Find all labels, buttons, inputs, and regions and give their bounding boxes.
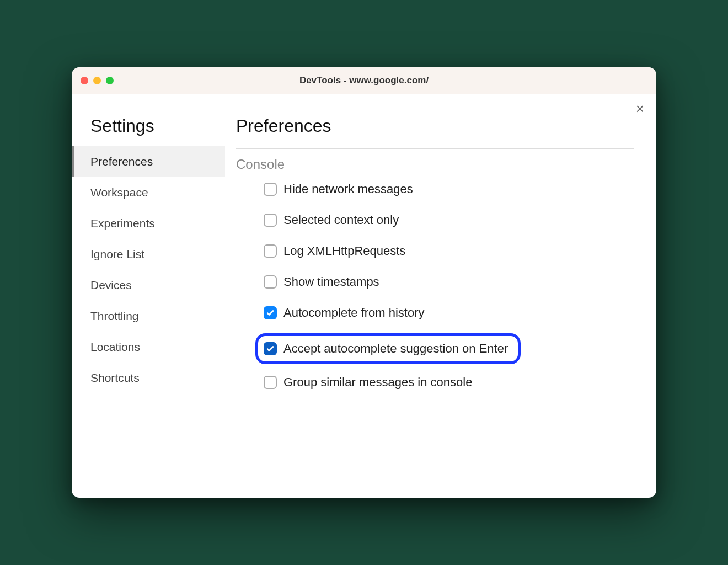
devtools-window: DevTools - www.google.com/ × Settings Pr… [72, 67, 656, 498]
sidebar-item-throttling[interactable]: Throttling [72, 301, 225, 332]
option-hide-network-messages[interactable]: Hide network messages [264, 182, 634, 196]
sidebar-item-locations[interactable]: Locations [72, 332, 225, 363]
option-label: Selected context only [283, 213, 399, 227]
main-panel: Preferences Console Hide network message… [225, 94, 656, 498]
sidebar-item-ignore-list[interactable]: Ignore List [72, 239, 225, 270]
console-options: Hide network messages Selected context o… [236, 182, 634, 390]
divider [236, 148, 634, 149]
option-label: Group similar messages in console [283, 375, 472, 390]
sidebar-item-workspace[interactable]: Workspace [72, 177, 225, 208]
section-title-console: Console [236, 157, 634, 172]
checkbox-icon[interactable] [264, 376, 277, 389]
minimize-window-button[interactable] [93, 77, 101, 84]
option-accept-autocomplete-on-enter[interactable]: Accept autocomplete suggestion on Enter [255, 333, 521, 364]
close-window-button[interactable] [81, 77, 88, 84]
content-area: × Settings Preferences Workspace Experim… [72, 94, 656, 498]
sidebar-heading: Settings [72, 116, 225, 146]
checkbox-icon[interactable] [264, 342, 277, 355]
option-selected-context-only[interactable]: Selected context only [264, 213, 634, 227]
titlebar: DevTools - www.google.com/ [72, 67, 656, 94]
traffic-lights [81, 77, 114, 84]
option-label: Log XMLHttpRequests [283, 244, 405, 258]
option-label: Hide network messages [283, 182, 413, 196]
checkbox-icon[interactable] [264, 275, 277, 289]
settings-sidebar: Settings Preferences Workspace Experimen… [72, 94, 225, 498]
option-group-similar-messages[interactable]: Group similar messages in console [264, 375, 634, 390]
sidebar-item-devices[interactable]: Devices [72, 270, 225, 301]
checkbox-icon[interactable] [264, 183, 277, 196]
option-label: Show timestamps [283, 275, 379, 289]
sidebar-item-preferences[interactable]: Preferences [72, 146, 225, 177]
zoom-window-button[interactable] [106, 77, 114, 84]
sidebar-item-shortcuts[interactable]: Shortcuts [72, 363, 225, 393]
checkbox-icon[interactable] [264, 214, 277, 227]
checkbox-icon[interactable] [264, 244, 277, 258]
option-log-xmlhttprequests[interactable]: Log XMLHttpRequests [264, 244, 634, 258]
option-label: Accept autocomplete suggestion on Enter [283, 342, 508, 356]
window-title: DevTools - www.google.com/ [72, 75, 656, 86]
close-icon[interactable]: × [636, 102, 644, 116]
option-autocomplete-from-history[interactable]: Autocomplete from history [264, 306, 634, 320]
option-label: Autocomplete from history [283, 306, 425, 320]
checkbox-icon[interactable] [264, 306, 277, 319]
page-title: Preferences [236, 116, 634, 136]
option-show-timestamps[interactable]: Show timestamps [264, 275, 634, 289]
sidebar-item-experiments[interactable]: Experiments [72, 208, 225, 239]
